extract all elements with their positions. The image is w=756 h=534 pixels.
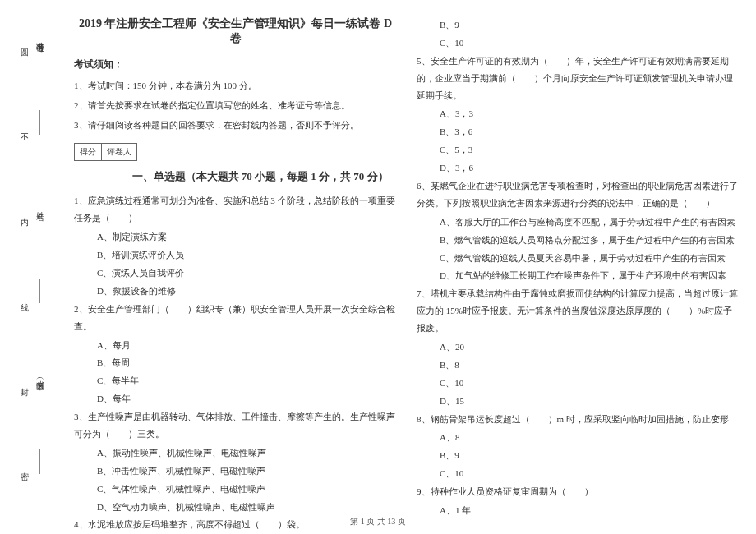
instruction-item: 1、考试时间：150 分钟，本卷满分为 100 分。 xyxy=(74,78,397,94)
question-option: C、5，3 xyxy=(417,141,740,159)
question-option: D、加气站的维修工长期工作在噪声条件下，属于生产环境中的有害因素 xyxy=(417,267,740,284)
binding-field-line xyxy=(39,110,40,135)
question-option: D、空气动力噪声、机械性噪声、电磁性噪声 xyxy=(74,499,397,516)
instruction-item: 3、请仔细阅读各种题目的回答要求，在密封线内答题，否则不予评分。 xyxy=(74,117,397,134)
binding-field-line xyxy=(39,279,40,303)
binding-seal-markers: 圆 不 内 线 封 密 xyxy=(16,0,31,509)
binding-field-province: 省（市区） xyxy=(34,374,45,378)
question-option: A、3，3 xyxy=(417,105,740,122)
binding-marker: 内 xyxy=(18,211,30,213)
question-stem: 5、安全生产许可证的有效期为（ ）年，安全生产许可证有效期满需要延期的，企业应当… xyxy=(417,53,740,104)
question-option: C、10 xyxy=(417,35,740,52)
question-option: C、燃气管线的巡线人员夏天容易中暑，属于劳动过程中产生的有害因素 xyxy=(417,250,740,267)
question-option: C、10 xyxy=(417,375,740,392)
question-option: B、9 xyxy=(417,16,740,34)
question-option: D、15 xyxy=(417,393,740,410)
question-option: A、20 xyxy=(417,338,740,356)
question-option: B、3，6 xyxy=(417,123,740,140)
exam-title: 2019 年注册安全工程师《安全生产管理知识》每日一练试卷 D 卷 xyxy=(74,16,397,46)
question-option: A、客服大厅的工作台与座椅高度不匹配，属于劳动过程中产生的有害因素 xyxy=(417,214,740,231)
binding-marker: 不 xyxy=(18,127,30,128)
question-option: A、8 xyxy=(417,429,740,446)
right-column: B、9 C、10 5、安全生产许可证的有效期为（ ）年，安全生产许可证有效期满需… xyxy=(417,16,740,534)
grader-label: 评卷人 xyxy=(102,144,136,160)
score-box: 得分 评卷人 xyxy=(74,143,137,161)
question-option: D、救援设备的维修 xyxy=(74,283,397,300)
question-option: C、每半年 xyxy=(74,372,397,389)
binding-field-id: 准考证号 xyxy=(34,35,45,39)
question-option: D、3，6 xyxy=(417,159,740,177)
question-option: A、振动性噪声、机械性噪声、电磁性噪声 xyxy=(74,444,397,462)
notice-label: 考试须知： xyxy=(74,58,397,71)
question-option: A、每月 xyxy=(74,337,397,354)
question-stem: 2、安全生产管理部门（ ）组织专（兼）职安全管理人员开展一次安全综合检查。 xyxy=(74,301,397,335)
binding-field-line xyxy=(39,449,40,474)
question-option: B、燃气管线的巡线人员网格点分配过多，属于生产过程中产生的有害因素 xyxy=(417,232,740,249)
binding-marker: 密 xyxy=(18,466,30,467)
question-stem: 7、塔机主要承载结构件由于腐蚀或磨损而使结构的计算应力提高，当超过原计算应力的 … xyxy=(417,285,740,337)
question-option: B、9 xyxy=(417,447,740,464)
binding-dash-line xyxy=(48,0,48,509)
question-option: B、每周 xyxy=(74,354,397,371)
page-content: 2019 年注册安全工程师《安全生产管理知识》每日一练试卷 D 卷 考试须知： … xyxy=(74,16,740,534)
question-stem: 6、某燃气企业在进行职业病危害专项检查时，对检查出的职业病危害因素进行了分类。下… xyxy=(417,177,740,212)
binding-marker: 线 xyxy=(18,297,30,298)
question-stem: 8、钢筋骨架吊运长度超过（ ）m 时，应采取竖向临时加固措施，防止变形 xyxy=(417,411,740,428)
question-stem: 1、应急演练过程通常可划分为准备、实施和总结 3 个阶段，总结阶段的一项重要任务… xyxy=(74,192,397,227)
question-stem: 3、生产性噪声是由机器转动、气体排放、工件撞击、摩擦等产生的。生产性噪声可分为（… xyxy=(74,408,397,443)
question-option: C、气体性噪声、机械性噪声、电磁性噪声 xyxy=(74,481,397,498)
instruction-item: 2、请首先按要求在试卷的指定位置填写您的姓名、准考证号等信息。 xyxy=(74,98,397,114)
page-footer: 第 1 页 共 13 页 xyxy=(0,516,756,527)
left-column: 2019 年注册安全工程师《安全生产管理知识》每日一练试卷 D 卷 考试须知： … xyxy=(74,16,397,534)
section-title: 一、单选题（本大题共 70 小题，每题 1 分，共 70 分） xyxy=(123,169,397,184)
question-option: B、8 xyxy=(417,357,740,374)
question-option: C、演练人员自我评价 xyxy=(74,265,397,282)
binding-marker: 封 xyxy=(18,381,30,383)
binding-student-fields: 准考证号 姓名 省（市区） xyxy=(33,0,46,509)
binding-field-name: 姓名 xyxy=(34,205,45,207)
question-option: B、冲击性噪声、机械性噪声、电磁性噪声 xyxy=(74,463,397,480)
binding-circle: 圆 xyxy=(18,42,30,44)
question-stem: 9、特种作业人员资格证复审周期为（ ） xyxy=(417,483,740,500)
question-option: B、培训演练评价人员 xyxy=(74,246,397,264)
question-option: A、制定演练方案 xyxy=(74,228,397,246)
question-option: C、10 xyxy=(417,465,740,482)
score-label: 得分 xyxy=(75,144,102,160)
question-option: D、每年 xyxy=(74,390,397,407)
